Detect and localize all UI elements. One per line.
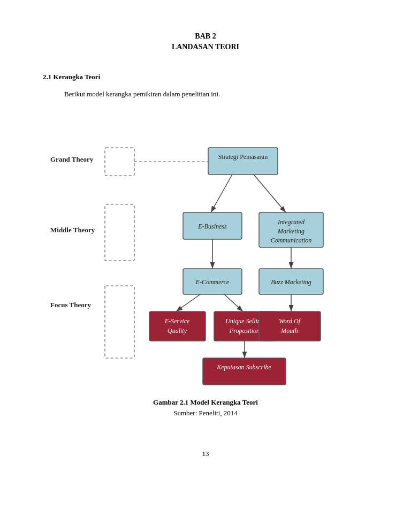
usp-label-1: Unique Selling [225, 317, 264, 325]
wom-box [259, 311, 321, 341]
arrow-ecommerce-eservice [176, 294, 200, 311]
middle-theory-dashed [105, 204, 134, 261]
imc-label-2: Marketing [277, 227, 305, 235]
title-section: BAB 2 LANDASAN TEORI [43, 32, 368, 51]
eservice-box [149, 311, 206, 341]
arrow-strategi-ebusiness [211, 174, 232, 212]
wom-label-1: Word Of [279, 317, 301, 325]
usp-label-2: Proposition [229, 327, 260, 335]
grand-theory-label: Grand Theory [50, 155, 94, 163]
page: BAB 2 LANDASAN TEORI 2.1 Kerangka Teori … [0, 0, 411, 532]
middle-theory-label: Middle Theory [50, 226, 95, 234]
focus-theory-label: Focus Theory [50, 301, 91, 309]
ebusiness-label: E-Business [197, 223, 227, 230]
arrow-strategi-imc [254, 174, 286, 212]
caption-normal: Sumber: Peneliti, 2014 [43, 409, 368, 417]
eservice-label-1: E-Service [164, 317, 190, 325]
strategi-box [208, 148, 278, 174]
strategi-label: Strategi Pemasaran [218, 153, 268, 161]
title-bab: BAB 2 [43, 32, 368, 41]
eservice-label-2: Quality [168, 327, 187, 335]
buzz-label: Buzz Marketing [271, 278, 311, 286]
imc-label-3: Communication [271, 237, 312, 244]
caption-bold: Gambar 2.1 Model Kerangka Teori [43, 398, 368, 407]
keputusan-box [203, 358, 286, 385]
ecommerce-label: E-Commerce [195, 278, 230, 286]
caption-section: Gambar 2.1 Model Kerangka Teori Sumber: … [43, 398, 368, 417]
intro-text: Berikut model kerangka pemikiran dalam p… [64, 90, 368, 98]
diagram-container: Grand Theory Middle Theory Focus Theory … [43, 115, 368, 393]
keputusan-label-1: Keputusan Subscribe [216, 363, 271, 371]
arrow-ecommerce-usp [224, 294, 243, 311]
diagram-svg: Grand Theory Middle Theory Focus Theory … [43, 115, 368, 393]
wom-label-2: Mouth [280, 327, 298, 335]
section-heading: 2.1 Kerangka Teori [43, 73, 368, 81]
imc-label-1: Integrated [277, 218, 305, 226]
focus-theory-dashed [105, 286, 134, 358]
grand-theory-dashed [105, 148, 134, 176]
page-number: 13 [43, 450, 368, 458]
title-sub: LANDASAN TEORI [43, 43, 368, 51]
